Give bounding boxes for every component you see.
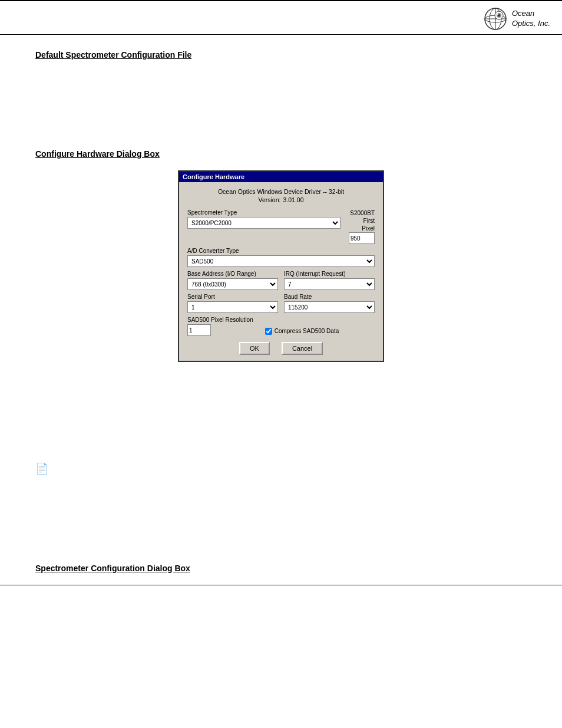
cancel-button[interactable]: Cancel bbox=[282, 342, 323, 355]
footnote-symbol: 📄 bbox=[35, 462, 527, 475]
irq-label: IRQ (Interrupt Request) bbox=[284, 271, 375, 277]
base-irq-row: Base Address (I/O Range) 768 (0x0300) 51… bbox=[187, 271, 375, 290]
ad-converter-select[interactable]: SAD500 SAD1000 SAD2000 bbox=[187, 255, 375, 267]
spectrometer-type-row: Spectrometer Type S2000/PC2000 S1000 S30… bbox=[187, 209, 375, 244]
first-pixel-input[interactable] bbox=[349, 232, 375, 244]
version-label: Version: bbox=[259, 196, 281, 203]
pixel-res-input[interactable] bbox=[187, 324, 211, 336]
spectrometer-type-select[interactable]: S2000/PC2000 S1000 S3000 bbox=[187, 217, 340, 229]
configure-hardware-heading: Configure Hardware Dialog Box bbox=[35, 149, 527, 159]
pixel-res-label: SAD500 Pixel Resolution bbox=[187, 317, 253, 323]
dialog-titlebar: Configure Hardware bbox=[179, 172, 383, 182]
dialog-version-row: Version: 3.01.00 bbox=[187, 196, 375, 203]
compress-row: Compress SAD500 Data bbox=[265, 318, 339, 335]
serial-baud-row: Serial Port 1 2 3 4 Baud Rate 115200 576… bbox=[187, 294, 375, 313]
ok-button[interactable]: OK bbox=[239, 342, 270, 355]
dialog-buttons: OK Cancel bbox=[187, 342, 375, 355]
ad-converter-row: A/D Converter Type SAD500 SAD1000 SAD200… bbox=[187, 248, 375, 267]
irq-select[interactable]: 7 3 5 10 bbox=[284, 278, 375, 290]
default-config-heading: Default Spectrometer Configuration File bbox=[35, 50, 527, 60]
side-info-line1: S2000BT bbox=[345, 209, 375, 217]
base-address-label: Base Address (I/O Range) bbox=[187, 271, 278, 277]
base-address-select[interactable]: 768 (0x0300) 512 (0x0200) 1024 (0x0400) bbox=[187, 278, 278, 290]
serial-port-label: Serial Port bbox=[187, 294, 278, 300]
side-info-line3: Pixel bbox=[345, 225, 375, 232]
dialog-title: Configure Hardware bbox=[183, 173, 244, 180]
logo-text: Ocean Optics, Inc. bbox=[512, 9, 550, 29]
compress-label: Compress SAD500 Data bbox=[275, 328, 339, 334]
configure-hardware-dialog: Configure Hardware Ocean Optics Windows … bbox=[178, 170, 384, 362]
compress-checkbox[interactable] bbox=[265, 328, 272, 335]
globe-icon bbox=[482, 6, 508, 32]
ad-converter-label: A/D Converter Type bbox=[187, 248, 375, 254]
logo-area: Ocean Optics, Inc. bbox=[482, 6, 550, 32]
svg-point-8 bbox=[497, 14, 498, 15]
dialog-subtitle: Ocean Optics Windows Device Driver -- 32… bbox=[187, 188, 375, 195]
pixel-res-compress-row: SAD500 Pixel Resolution Compress SAD500 … bbox=[187, 317, 375, 336]
serial-port-select[interactable]: 1 2 3 4 bbox=[187, 301, 278, 313]
side-info: S2000BT First Pixel bbox=[345, 209, 375, 244]
version-value: 3.01.00 bbox=[283, 196, 303, 203]
baud-rate-select[interactable]: 115200 57600 38400 19200 bbox=[284, 301, 375, 313]
side-info-line2: First bbox=[345, 217, 375, 225]
baud-rate-label: Baud Rate bbox=[284, 294, 375, 300]
spectrometer-type-label: Spectrometer Type bbox=[187, 209, 340, 216]
spectrometer-config-heading: Spectrometer Configuration Dialog Box bbox=[35, 564, 527, 573]
